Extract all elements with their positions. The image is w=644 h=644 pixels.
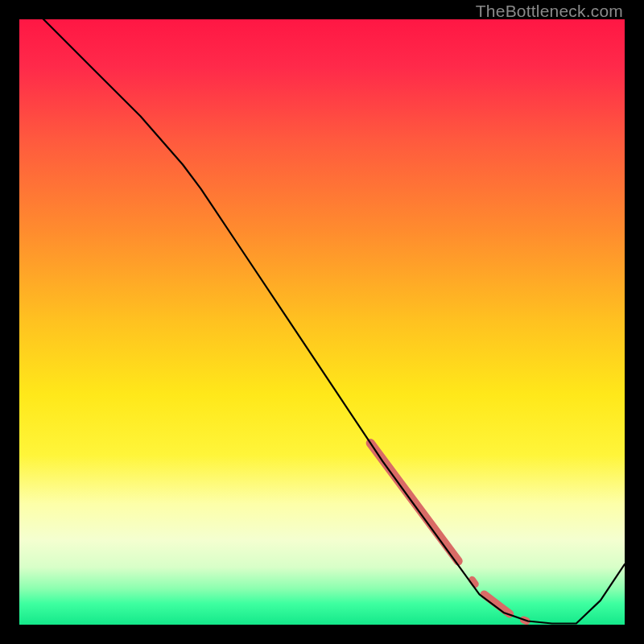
gradient-background [19,19,625,625]
watermark-label: TheBottleneck.com [476,2,623,21]
dot-1 [473,580,476,584]
chart-frame [19,19,625,625]
chart-canvas [19,19,625,625]
